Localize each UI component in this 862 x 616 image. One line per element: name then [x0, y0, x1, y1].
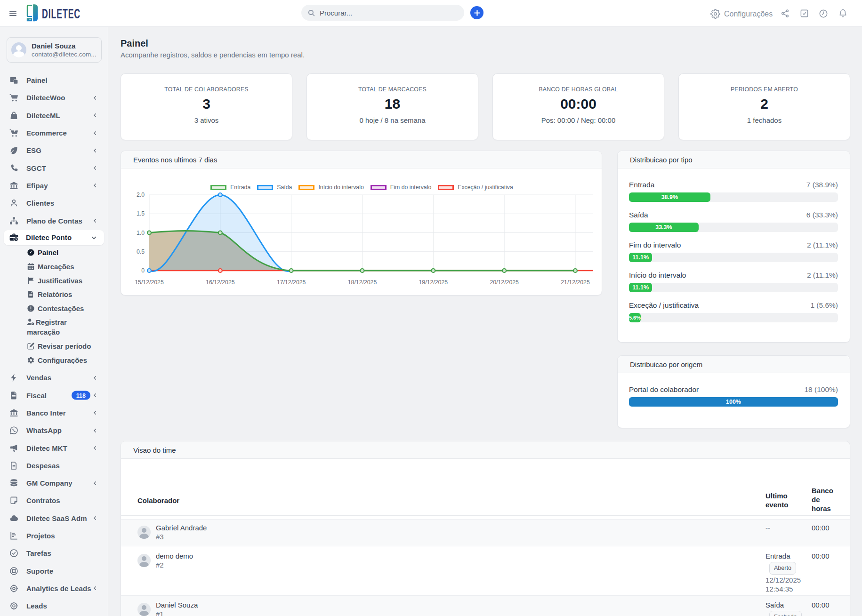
svg-text:19/12/2025: 19/12/2025	[419, 279, 448, 286]
svg-text:21/12/2025: 21/12/2025	[561, 279, 590, 286]
svg-text:1.5: 1.5	[137, 210, 145, 217]
svg-text:0: 0	[141, 267, 145, 274]
svg-text:1.0: 1.0	[137, 230, 145, 236]
svg-text:16/12/2025: 16/12/2025	[206, 279, 235, 286]
svg-text:17/12/2025: 17/12/2025	[277, 279, 306, 286]
svg-text:15/12/2025: 15/12/2025	[135, 279, 164, 286]
svg-text:2.0: 2.0	[137, 192, 145, 198]
svg-text:20/12/2025: 20/12/2025	[490, 279, 519, 286]
svg-text:18/12/2025: 18/12/2025	[348, 279, 377, 286]
svg-text:0.5: 0.5	[137, 248, 145, 255]
